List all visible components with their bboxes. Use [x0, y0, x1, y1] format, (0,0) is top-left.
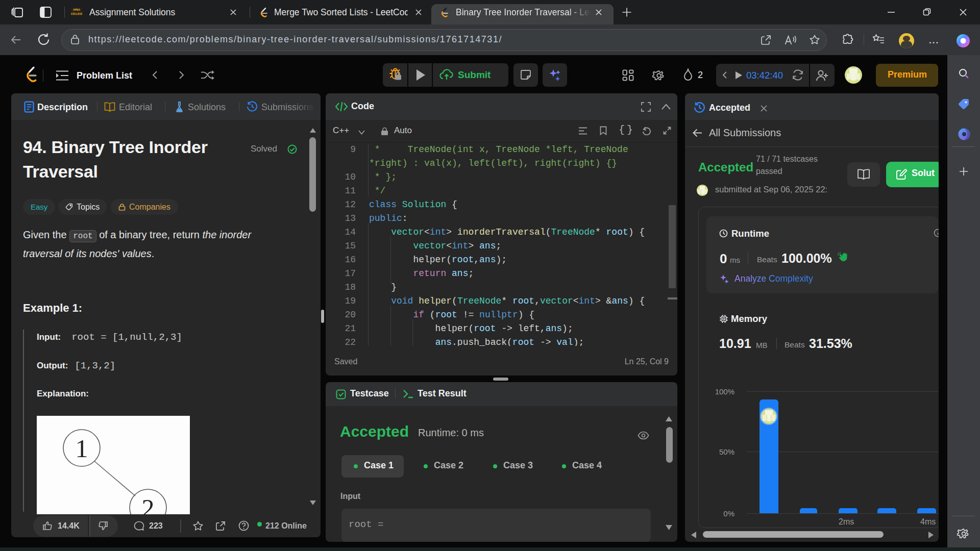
svg-text:1: 1: [76, 434, 88, 463]
svg-text:2: 2: [142, 494, 155, 514]
